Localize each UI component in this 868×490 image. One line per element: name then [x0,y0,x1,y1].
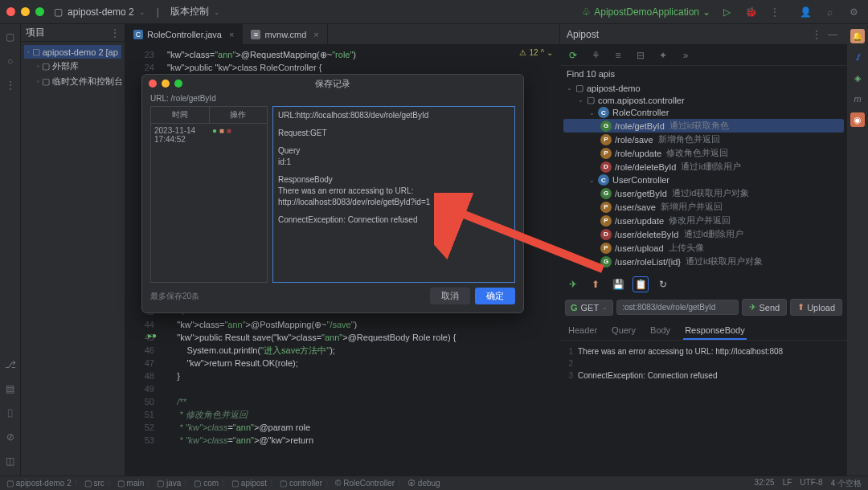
api-tree-item[interactable]: ⌄▢com.apipost.controller [563,94,844,106]
hide-panel-button[interactable]: — [825,27,841,43]
modal-close-button[interactable] [149,80,157,88]
api-tree-item[interactable]: D/user/deleteById通过id删除用户 [563,227,844,241]
project-name[interactable]: apipost-demo 2 [68,6,134,18]
api-tree-item[interactable]: P/user/update修改用户并返回 [563,214,844,227]
project-tree-item[interactable]: ›▢外部库 [24,59,121,74]
api-tree-item[interactable]: G/user/getById通过id获取用户对象 [563,186,844,200]
breadcrumb-item[interactable]: ▢ src [84,479,104,488]
save-icon[interactable]: 💾 [610,276,626,292]
line-separator[interactable]: LF [783,478,792,489]
project-tree[interactable]: ›▢apipost-demo 2 [ap›▢外部库›▢临时文件和控制台 [21,42,125,92]
run-button[interactable]: ▷ [719,4,735,20]
structure-tool-button[interactable]: ⋮ [2,77,18,93]
response-tab[interactable]: ResponseBody [683,322,747,340]
chevron-down-icon: ⌄ [214,8,220,16]
indent-setting[interactable]: 4 个空格 [831,478,862,489]
history-row[interactable]: 2023-11-14 17:44:52 ● ■ ■ [151,124,267,146]
inspection-widget[interactable]: ⚠ 12 ^ ⌄ [519,48,553,57]
breadcrumb-item[interactable]: ▢ com [194,479,219,488]
build-button[interactable]: ◫ [2,453,18,469]
project-panel: 项目 ⋮ ›▢apipost-demo 2 [ap›▢外部库›▢临时文件和控制台 [21,24,125,476]
refresh-icon[interactable]: ⟳ [565,47,581,63]
breadcrumb-item[interactable]: ▢ main [117,479,144,488]
window-controls [6,7,44,16]
version-control-button[interactable]: ⎇ [2,357,18,373]
settings-button[interactable]: ⚙ [845,4,862,20]
apipost-api-tree[interactable]: ⌄▢apipost-demo⌄▢com.apipost.controller⌄C… [560,80,847,273]
run-configuration[interactable]: ♧ ApipostDemoApplication ⌄ [582,6,710,18]
file-encoding[interactable]: UTF-8 [800,478,822,489]
settings-icon[interactable]: ✦ [655,47,671,63]
send-button[interactable]: ✈Send [742,299,787,316]
sort-icon[interactable]: ≡ [610,47,626,63]
debug-button[interactable]: 🐞 [743,4,759,20]
api-tree-item[interactable]: ⌄CUserController [563,174,844,186]
api-tree-item[interactable]: P/user/upload上传头像 [563,241,844,255]
breadcrumbs[interactable]: ▢ apipost-demo 2〉▢ src〉▢ main〉▢ java〉▢ c… [6,478,440,489]
leaf-icon: ♧ [582,6,591,18]
cancel-button[interactable]: 取消 [430,288,470,304]
minimize-window-button[interactable] [21,7,30,16]
breadcrumb-item[interactable]: ▢ apipost [231,479,267,488]
api-tree-item[interactable]: P/user/save新增用户并返回 [563,200,844,214]
modal-minimize-button[interactable] [162,80,170,88]
editor-tab[interactable]: CRoleController.java× [125,24,243,45]
response-body[interactable]: 123 There was an error accessing to URL:… [560,341,847,476]
cursor-position[interactable]: 32:25 [755,478,775,489]
collapse-icon[interactable]: ⊟ [633,47,649,63]
response-tab[interactable]: Query [610,322,637,340]
ok-button[interactable]: 确定 [475,288,515,304]
api-tree-item[interactable]: ⌄▢apipost-demo [563,82,844,94]
breadcrumb-item[interactable]: ▢ controller [280,479,322,488]
code-with-me-button[interactable]: 👤 [797,4,813,20]
breadcrumb-item[interactable]: ⦿ debug [407,479,440,488]
editor-tab[interactable]: ≡mvnw.cmd× [243,24,327,45]
http-method-select[interactable]: G GET ⌄ [565,300,613,316]
project-tree-item[interactable]: ›▢apipost-demo 2 [ap [24,45,121,59]
upload-button[interactable]: ⬆Upload [790,299,842,316]
more-icon[interactable]: ⋮ [110,27,120,39]
close-window-button[interactable] [6,7,15,16]
problems-button[interactable]: ⊘ [2,429,18,445]
services-button[interactable]: ▤ [2,381,18,397]
project-tool-button[interactable]: ▢ [2,29,18,45]
api-tree-item[interactable]: P/role/save新增角色并返回 [563,133,844,146]
breadcrumb-item[interactable]: ▢ apipost-demo 2 [6,479,72,488]
maximize-window-button[interactable] [35,7,44,16]
api-tree-item[interactable]: ⌄CRoleController [563,106,844,119]
terminal-button[interactable]: ⌷ [2,405,18,421]
database-button[interactable]: ◈ [850,71,865,85]
commit-tool-button[interactable]: ○ [2,53,18,69]
filter-icon[interactable]: ⚘ [588,47,604,63]
send-icon[interactable]: ✈ [565,276,581,292]
api-tree-item[interactable]: D/role/deleteById通过id删除用户 [563,160,844,174]
api-tree-item[interactable]: P/role/update修改角色并返回 [563,146,844,160]
modal-titlebar: 保存记录 [142,75,523,92]
chevron-icon[interactable]: » [678,47,694,63]
warning-count: 12 [529,48,538,57]
ai-button[interactable]: ⅈ [850,50,865,64]
modal-maximize-button[interactable] [174,80,182,88]
apipost-button[interactable]: ◉ [850,112,865,127]
project-tree-item[interactable]: ›▢临时文件和控制台 [24,74,121,89]
maven-button[interactable]: m [850,92,865,106]
export-icon[interactable]: ⬆ [588,276,604,292]
more-icon[interactable]: ⋮ [809,27,825,43]
history-table: 时间 操作 2023-11-14 17:44:52 ● ■ ■ [150,106,268,283]
api-tree-item[interactable]: G/user/roleList/{id}通过id获取用户对象 [563,255,844,268]
clock-icon[interactable]: ↻ [655,276,671,292]
history-icon[interactable]: 📋 [633,276,649,292]
apipost-header: Apipost ⋮ — [560,24,847,45]
api-tree-item[interactable]: G/role/getById通过id获取角色 [563,119,844,133]
notifications-button[interactable]: 🔔 [850,29,865,43]
breadcrumb-item[interactable]: © RoleController [335,479,395,488]
gutter-run-icon[interactable]: ▸● [148,331,157,344]
url-input[interactable]: :ost:8083/dev/role/getById [616,300,739,315]
response-tab[interactable]: Header [567,322,599,340]
vcs-menu[interactable]: 版本控制 [170,5,209,18]
more-actions-button[interactable]: ⋮ [767,4,783,20]
breadcrumb-item[interactable]: ▢ java [157,479,181,488]
search-button[interactable]: ⌕ [821,4,837,20]
response-gutter: 123 [565,345,578,471]
response-tab[interactable]: Body [649,322,672,340]
